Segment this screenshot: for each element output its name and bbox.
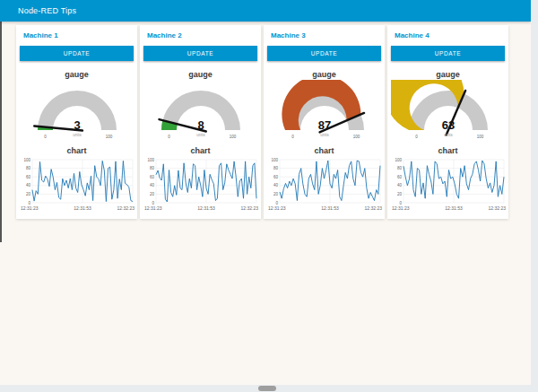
chart-widget: chart 02040608010012:31:2312:31:5312:32:… bbox=[16, 146, 137, 213]
gauge: 63 units 0 100 bbox=[391, 80, 506, 143]
y-tick-label: 40 bbox=[25, 183, 30, 187]
chart: 02040608010012:31:2312:31:5312:32:23 bbox=[19, 156, 135, 213]
x-tick-label: 12:31:23 bbox=[268, 205, 286, 211]
gauge-max-label: 100 bbox=[476, 135, 483, 139]
gauge-value: 8 bbox=[197, 118, 204, 132]
chart-svg: 02040608010012:31:2312:31:5312:32:23 bbox=[19, 156, 135, 213]
gauge-min-label: 0 bbox=[415, 135, 418, 139]
x-tick-label: 12:31:53 bbox=[445, 205, 463, 211]
y-tick-label: 0 bbox=[275, 201, 278, 205]
y-tick-label: 0 bbox=[399, 201, 402, 205]
x-tick-label: 12:31:53 bbox=[197, 205, 215, 211]
chart-title: chart bbox=[438, 146, 457, 155]
gauge-svg: 87 units 0 100 bbox=[267, 80, 382, 143]
y-tick-label: 60 bbox=[25, 175, 30, 179]
gauge-value: 87 bbox=[317, 118, 330, 132]
gauge-title: gauge bbox=[188, 70, 213, 79]
gauge-min-label: 0 bbox=[168, 135, 170, 139]
gauge-value: 63 bbox=[441, 118, 454, 132]
y-tick-label: 60 bbox=[396, 175, 402, 179]
y-tick-label: 20 bbox=[396, 192, 402, 196]
y-tick-label: 0 bbox=[152, 201, 154, 205]
x-tick-label: 12:31:23 bbox=[21, 205, 39, 211]
gauge-max-label: 100 bbox=[352, 135, 360, 139]
y-tick-label: 20 bbox=[25, 192, 30, 196]
gauge-units: units bbox=[444, 133, 453, 137]
y-tick-label: 40 bbox=[149, 183, 154, 187]
gauge-value: 3 bbox=[74, 118, 80, 132]
gauge-min-label: 0 bbox=[291, 135, 294, 139]
gauge: 87 units 0 100 bbox=[267, 80, 382, 143]
gauge-svg: 63 units 0 100 bbox=[391, 80, 506, 143]
update-button[interactable]: UPDATE bbox=[20, 46, 134, 61]
chart-svg: 02040608010012:31:2312:31:5312:32:23 bbox=[266, 156, 383, 213]
gauge: 3 units 0 100 bbox=[20, 80, 134, 143]
y-tick-label: 100 bbox=[395, 158, 402, 162]
y-tick-label: 40 bbox=[273, 183, 278, 187]
machine-title: Machine 3 bbox=[264, 25, 385, 44]
gauge-max-label: 100 bbox=[105, 135, 112, 139]
x-tick-label: 12:31:23 bbox=[144, 205, 162, 211]
screen: Node-RED Tips Machine 1 UPDATE gauge 3 u… bbox=[0, 0, 538, 392]
y-tick-label: 40 bbox=[396, 183, 402, 187]
x-tick-label: 12:31:53 bbox=[74, 205, 91, 211]
gauge-max-label: 100 bbox=[229, 135, 236, 139]
gauge-units: units bbox=[196, 133, 205, 137]
gauge-svg: 8 units 0 100 bbox=[143, 80, 258, 143]
machine-title: Machine 2 bbox=[140, 25, 261, 44]
vertical-scrollbar-track[interactable] bbox=[531, 0, 538, 392]
x-tick-label: 12:31:53 bbox=[321, 205, 339, 211]
x-tick-label: 12:32:23 bbox=[488, 205, 506, 211]
gauge-units: units bbox=[320, 133, 329, 137]
y-tick-label: 20 bbox=[273, 192, 278, 196]
chart-title: chart bbox=[66, 146, 86, 155]
chart-title: chart bbox=[190, 146, 210, 155]
y-tick-label: 100 bbox=[147, 158, 154, 162]
chart: 02040608010012:31:2312:31:5312:32:23 bbox=[390, 156, 507, 213]
update-button[interactable]: UPDATE bbox=[143, 46, 257, 61]
update-button[interactable]: UPDATE bbox=[391, 46, 505, 61]
chart: 02040608010012:31:2312:31:5312:32:23 bbox=[266, 156, 383, 213]
x-tick-label: 12:32:23 bbox=[117, 205, 134, 211]
machine-card: Machine 1 UPDATE gauge 3 units 0 100 cha… bbox=[16, 25, 137, 219]
y-tick-label: 20 bbox=[149, 192, 154, 196]
machines-row: Machine 1 UPDATE gauge 3 units 0 100 cha… bbox=[16, 25, 508, 219]
y-tick-label: 60 bbox=[273, 175, 278, 179]
gauge-units: units bbox=[73, 133, 82, 137]
gauge-widget: gauge 3 units 0 100 bbox=[16, 70, 137, 143]
machine-card: Machine 4 UPDATE gauge 63 units 0 100 ch… bbox=[387, 25, 508, 219]
y-tick-label: 60 bbox=[149, 175, 154, 179]
chart-widget: chart 02040608010012:31:2312:31:5312:32:… bbox=[387, 146, 508, 213]
gauge-title: gauge bbox=[312, 70, 336, 79]
gauge-widget: gauge 87 units 0 100 bbox=[264, 70, 385, 143]
y-tick-label: 80 bbox=[149, 166, 154, 170]
x-tick-label: 12:32:23 bbox=[364, 205, 382, 211]
chart-svg: 02040608010012:31:2312:31:5312:32:23 bbox=[143, 156, 259, 213]
y-tick-label: 80 bbox=[25, 166, 30, 170]
chart-svg: 02040608010012:31:2312:31:5312:32:23 bbox=[390, 156, 507, 213]
gauge-min-label: 0 bbox=[44, 135, 47, 139]
gauge-widget: gauge 8 units 0 100 bbox=[140, 70, 261, 143]
update-button[interactable]: UPDATE bbox=[267, 46, 381, 61]
horizontal-scrollbar-track[interactable] bbox=[0, 385, 538, 392]
gauge-widget: gauge 63 units 0 100 bbox=[387, 70, 508, 143]
horizontal-scrollbar-thumb[interactable] bbox=[258, 386, 276, 391]
machine-title: Machine 1 bbox=[16, 25, 137, 44]
dashboard: Machine 1 UPDATE gauge 3 units 0 100 cha… bbox=[16, 25, 508, 219]
y-tick-label: 80 bbox=[273, 166, 278, 170]
machine-card: Machine 2 UPDATE gauge 8 units 0 100 cha… bbox=[140, 25, 261, 219]
gauge-title: gauge bbox=[65, 70, 89, 79]
y-tick-label: 80 bbox=[396, 166, 402, 170]
y-tick-label: 100 bbox=[271, 158, 278, 162]
machine-title: Machine 4 bbox=[387, 25, 508, 44]
y-tick-label: 0 bbox=[28, 201, 30, 205]
chart-title: chart bbox=[314, 146, 334, 155]
chart-widget: chart 02040608010012:31:2312:31:5312:32:… bbox=[140, 146, 261, 213]
left-window-edge bbox=[0, 22, 2, 242]
gauge-title: gauge bbox=[436, 70, 460, 79]
x-tick-label: 12:31:23 bbox=[392, 205, 410, 211]
gauge: 8 units 0 100 bbox=[143, 80, 258, 143]
y-tick-label: 100 bbox=[23, 158, 30, 162]
machine-card: Machine 3 UPDATE gauge 87 units 0 100 ch… bbox=[264, 25, 385, 219]
x-tick-label: 12:32:23 bbox=[240, 205, 258, 211]
